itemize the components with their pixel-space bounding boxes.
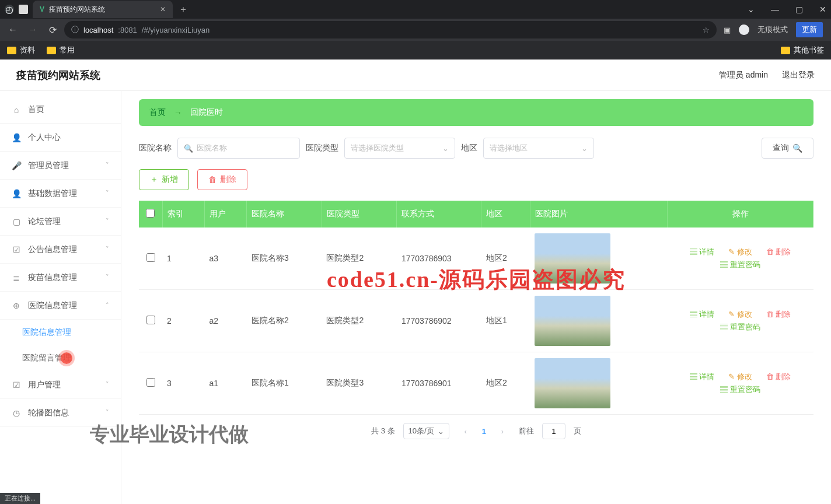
update-button[interactable]: 更新 [796, 22, 823, 37]
addr-right: ▣ 无痕模式 更新 [720, 22, 826, 37]
back-button[interactable]: ← [5, 24, 21, 35]
pager-current[interactable]: 1 [482, 427, 486, 436]
pager-prev[interactable]: ‹ [458, 423, 474, 439]
cell-image [530, 352, 667, 415]
sidebar-item-label: 论坛管理 [28, 216, 61, 227]
trash-icon: 🗑 [208, 175, 217, 184]
bookmark-other[interactable]: 其他书签 [781, 45, 824, 55]
chevron-down-icon[interactable]: ⌄ [748, 5, 755, 14]
sidebar-item-首页[interactable]: ⌂首页 [0, 96, 121, 124]
maximize-icon[interactable]: ▢ [795, 5, 803, 14]
op-delete[interactable]: 🗑 删除 [766, 372, 791, 382]
bookmark-folder-b[interactable]: 常用 [47, 45, 75, 55]
sidebar-item-基础数据管理[interactable]: 👤基础数据管理˅ [0, 180, 121, 208]
sidebar-item-label: 用户管理 [28, 380, 61, 390]
new-tab-button[interactable]: ＋ [179, 4, 188, 16]
op-reset[interactable]: ▤ 重置密码 [720, 384, 760, 395]
sidebar-sub-医院信息管理[interactable]: 医院信息管理 [0, 320, 121, 345]
logout-link[interactable]: 退出登录 [782, 70, 815, 80]
sidebar-item-管理员管理[interactable]: 🎤管理员管理˅ [0, 152, 121, 180]
sidebar-item-公告信息管理[interactable]: ☑公告信息管理˅ [0, 236, 121, 264]
pager-goto-input[interactable] [542, 423, 565, 439]
sidebar-item-个人中心[interactable]: 👤个人中心 [0, 124, 121, 152]
browser-tab[interactable]: V 疫苗预约网站系统 ✕ [33, 1, 173, 18]
tab-history-icon[interactable]: ◴ [5, 5, 14, 14]
filter-area-label: 地区 [461, 143, 477, 153]
chevron-down-icon: ˅ [106, 381, 109, 388]
star-icon[interactable]: ☆ [703, 26, 710, 34]
op-detail[interactable]: ▤ 详情 [690, 247, 715, 257]
add-button[interactable]: ＋新增 [139, 169, 189, 190]
cursor-indicator [61, 352, 72, 364]
row-checkbox[interactable] [146, 316, 155, 324]
op-reset[interactable]: ▤ 重置密码 [720, 322, 760, 332]
home-icon: ⌂ [12, 105, 21, 114]
close-window-icon[interactable]: ✕ [819, 5, 826, 14]
op-edit[interactable]: ✎ 修改 [728, 372, 752, 382]
col-area: 地区 [481, 201, 530, 228]
chevron-down-icon: ⌄ [581, 144, 588, 153]
op-edit[interactable]: ✎ 修改 [728, 247, 752, 257]
sidebar-item-label: 公告信息管理 [28, 244, 77, 255]
delete-button[interactable]: 🗑删除 [197, 169, 247, 190]
incognito-label: 无痕模式 [757, 24, 788, 35]
filter-name-input[interactable]: 🔍医院名称 [177, 138, 300, 159]
row-checkbox[interactable] [146, 253, 155, 262]
window-controls: ⌄ — ▢ ✕ [748, 5, 826, 14]
breadcrumb-home[interactable]: 首页 [149, 107, 166, 118]
sidebar-item-label: 疫苗信息管理 [28, 272, 77, 283]
address-bar: ← → ⟳ ⓘ localhost:8081/#/yiyuanxinxiLiuy… [0, 19, 831, 41]
sidebar-item-轮播图信息[interactable]: ◷轮播图信息˅ [0, 399, 121, 427]
hospital-image [535, 296, 610, 346]
url-host: localhost [83, 26, 113, 34]
url-input[interactable]: ⓘ localhost:8081/#/yiyuanxinxiLiuyan ☆ [64, 21, 717, 38]
sidebar-item-用户管理[interactable]: ☑用户管理˅ [0, 371, 121, 399]
url-port: :8081 [118, 26, 137, 34]
close-tab-icon[interactable]: ✕ [160, 5, 166, 13]
chevron-down-icon: ˅ [106, 190, 109, 197]
cell-area: 地区2 [481, 228, 530, 290]
col-index: 索引 [162, 201, 204, 228]
main-content: 首页 → 回院医时 医院名称 🔍医院名称 医院类型 请选择医院类型⌄ 地区 请选… [121, 91, 831, 504]
filter-type-select[interactable]: 请选择医院类型⌄ [344, 138, 455, 159]
sidebar-item-论坛管理[interactable]: ▢论坛管理˅ [0, 208, 121, 236]
op-delete[interactable]: 🗑 删除 [766, 247, 791, 257]
col-name: 医院名称 [247, 201, 322, 228]
minimize-icon[interactable]: — [771, 5, 779, 14]
cell-ops: ▤ 详情 ✎ 修改 🗑 删除 ▤ 重置密码 [668, 290, 813, 352]
layers-icon: ≣ [12, 273, 21, 282]
filter-area-select[interactable]: 请选择地区⌄ [483, 138, 594, 159]
row-checkbox[interactable] [146, 378, 155, 387]
op-delete[interactable]: 🗑 删除 [766, 309, 791, 320]
cell-image [530, 228, 667, 290]
search-icon: 🔍 [184, 144, 193, 153]
extensions-icon[interactable]: ▣ [724, 26, 731, 34]
cell-name: 医院名称2 [247, 290, 322, 352]
sidebar-item-疫苗信息管理[interactable]: ≣疫苗信息管理˅ [0, 264, 121, 292]
incognito-icon [739, 24, 749, 35]
select-all-checkbox[interactable] [146, 209, 155, 218]
bookmark-folder-a[interactable]: 资料 [7, 45, 35, 55]
op-detail[interactable]: ▤ 详情 [690, 309, 715, 320]
pager-total: 共 3 条 [371, 426, 394, 436]
user-icon: 👤 [12, 133, 21, 142]
op-reset[interactable]: ▤ 重置密码 [720, 260, 760, 270]
sidebar-item-医院信息管理[interactable]: ⊕医院信息管理˄ [0, 292, 121, 320]
pager-next[interactable]: › [494, 423, 511, 439]
op-edit[interactable]: ✎ 修改 [728, 309, 752, 320]
chevron-down-icon: ⌄ [442, 144, 449, 153]
forward-button[interactable]: → [25, 24, 41, 35]
cell-phone: 17703786903 [397, 228, 481, 290]
app: 疫苗预约网站系统 管理员 admin 退出登录 ⌂首页👤个人中心🎤管理员管理˅👤… [0, 60, 831, 504]
pager-size-select[interactable]: 10条/页⌄ [403, 423, 449, 439]
op-detail[interactable]: ▤ 详情 [690, 372, 715, 382]
filter-row: 医院名称 🔍医院名称 医院类型 请选择医院类型⌄ 地区 请选择地区⌄ 查询🔍 [139, 138, 813, 159]
reload-button[interactable]: ⟳ [44, 24, 61, 36]
pager-goto-prefix: 前往 [519, 426, 534, 436]
search-button[interactable]: 查询🔍 [762, 138, 813, 159]
thumb-icon [19, 5, 28, 14]
sidebar-sub-医院留言管理[interactable]: 医院留言管理 [0, 345, 121, 371]
folder-icon [47, 47, 56, 54]
status-bar: 正在连接... [0, 493, 40, 504]
current-user: 管理员 admin [719, 70, 768, 80]
